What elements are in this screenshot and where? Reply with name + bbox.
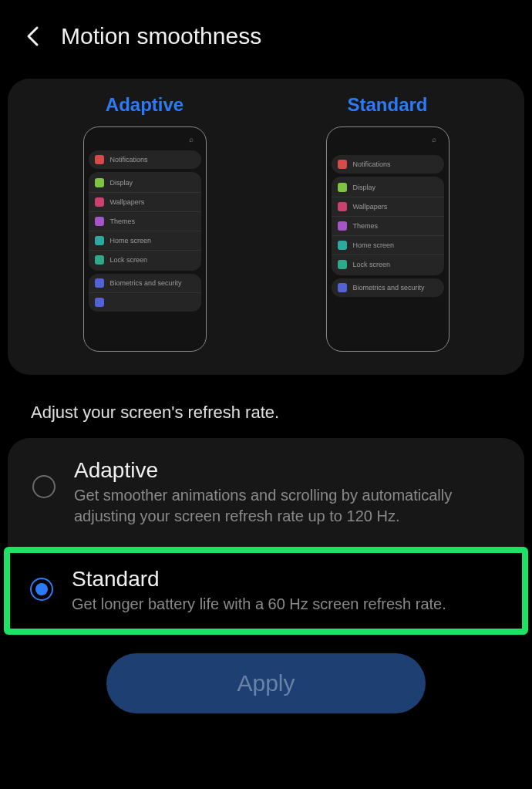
- dot-icon: [95, 298, 104, 307]
- phone-preview-adaptive: ⌕ Notifications Display Wallpapers Theme…: [83, 126, 207, 352]
- option-adaptive-desc: Get smoother animations and scrolling by…: [74, 485, 500, 527]
- radio-standard-inner: [35, 583, 48, 595]
- biometrics-icon: [95, 278, 104, 288]
- apply-button[interactable]: Apply: [106, 653, 426, 713]
- search-icon: ⌕: [432, 135, 436, 143]
- option-adaptive[interactable]: Adaptive Get smoother animations and scr…: [8, 438, 524, 547]
- search-icon: ⌕: [189, 135, 194, 143]
- preview-item: Wallpapers: [110, 198, 145, 206]
- radio-standard[interactable]: [30, 578, 53, 601]
- option-standard-title: Standard: [72, 567, 502, 592]
- options-card: Adaptive Get smoother animations and scr…: [8, 438, 524, 635]
- preview-adaptive: Adaptive ⌕ Notifications Display Wallpap…: [23, 94, 266, 352]
- preview-row: Adaptive ⌕ Notifications Display Wallpap…: [23, 94, 509, 352]
- header: Motion smoothness: [0, 0, 532, 72]
- section-description: Adjust your screen's refresh rate.: [0, 381, 532, 438]
- lock-icon: [95, 255, 104, 265]
- display-icon: [338, 183, 347, 192]
- preview-item: Biometrics and security: [110, 279, 182, 287]
- preview-item: Biometrics and security: [353, 284, 425, 292]
- preview-item: Home screen: [110, 237, 152, 244]
- preview-item: Display: [110, 179, 133, 187]
- preview-item: Display: [353, 184, 376, 191]
- wallpapers-icon: [95, 197, 104, 207]
- radio-adaptive[interactable]: [32, 475, 56, 498]
- preview-item: Notifications: [353, 160, 391, 168]
- home-icon: [338, 241, 347, 250]
- preview-item: Themes: [353, 222, 379, 230]
- preview-item: Themes: [110, 217, 136, 225]
- lock-icon: [338, 260, 347, 269]
- wallpapers-icon: [338, 202, 347, 211]
- notifications-icon: [338, 160, 347, 169]
- preview-item: Home screen: [353, 241, 395, 249]
- page-title: Motion smoothness: [61, 23, 261, 49]
- phone-preview-standard: ⌕ Notifications Display Wallpapers Theme…: [326, 126, 450, 352]
- option-standard[interactable]: Standard Get longer battery life with a …: [10, 553, 522, 629]
- home-icon: [95, 236, 104, 245]
- themes-icon: [95, 217, 104, 226]
- preview-card: Adaptive ⌕ Notifications Display Wallpap…: [8, 79, 524, 375]
- preview-item: Lock screen: [353, 261, 391, 268]
- display-icon: [95, 178, 104, 187]
- preview-item: Lock screen: [110, 256, 148, 264]
- notifications-icon: [95, 155, 104, 164]
- preview-item: Notifications: [110, 156, 148, 164]
- themes-icon: [338, 221, 347, 231]
- preview-standard-label: Standard: [347, 94, 427, 116]
- option-standard-highlight: Standard Get longer battery life with a …: [4, 547, 528, 635]
- biometrics-icon: [338, 283, 347, 292]
- preview-standard: Standard ⌕ Notifications Display Wallpap…: [266, 94, 509, 352]
- back-icon[interactable]: [23, 27, 42, 46]
- option-standard-desc: Get longer battery life with a 60 Hz scr…: [72, 594, 502, 615]
- preview-adaptive-label: Adaptive: [106, 94, 184, 116]
- option-adaptive-title: Adaptive: [74, 458, 500, 483]
- preview-item: Wallpapers: [353, 203, 388, 211]
